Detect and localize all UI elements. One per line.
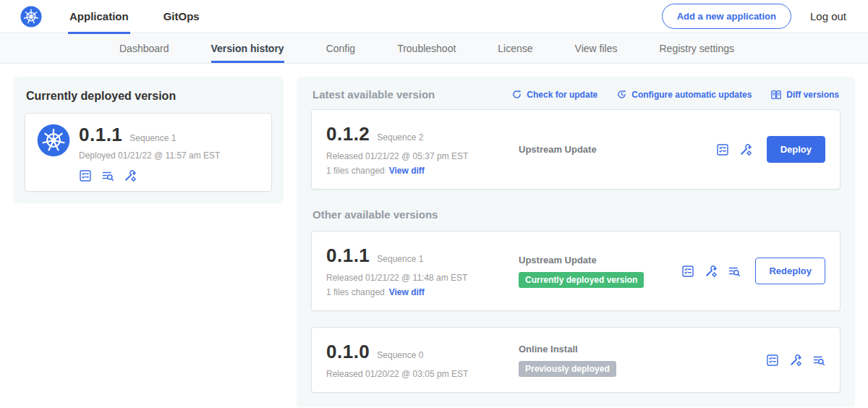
version-history-panel: Latest available version Check for updat… xyxy=(297,77,855,407)
release-notes-icon[interactable] xyxy=(79,169,92,182)
subnav-view-files[interactable]: View files xyxy=(575,33,618,63)
redeploy-button[interactable]: Redeploy xyxy=(755,258,825,284)
check-for-update-link[interactable]: Check for update xyxy=(511,89,597,100)
config-icon[interactable] xyxy=(705,265,718,278)
subnav-dashboard[interactable]: Dashboard xyxy=(119,33,169,63)
version-number: 0.1.1 xyxy=(326,245,370,267)
diff-icon[interactable] xyxy=(812,354,825,367)
currently-deployed-badge: Currently deployed version xyxy=(519,272,644,288)
version-source: Upstream Update xyxy=(519,255,674,265)
top-tabs: Application GitOps xyxy=(68,0,233,33)
files-changed: 1 files changed xyxy=(326,287,385,297)
version-number: 0.1.0 xyxy=(326,341,370,363)
app-subnav: Dashboard Version history Config Trouble… xyxy=(0,33,868,64)
refresh-icon xyxy=(511,89,522,100)
released-timestamp: Released 01/20/22 @ 03:05 pm EST xyxy=(326,369,509,379)
diff-versions-link[interactable]: Diff versions xyxy=(770,89,839,101)
subnav-license[interactable]: License xyxy=(498,33,532,63)
deploy-button[interactable]: Deploy xyxy=(767,136,825,163)
deployed-version-number: 0.1.1 xyxy=(79,124,122,146)
view-diff-link[interactable]: View diff xyxy=(389,166,425,176)
previously-deployed-badge: Previously deployed xyxy=(519,361,616,377)
version-number: 0.1.2 xyxy=(326,123,370,145)
version-source: Online Install xyxy=(519,344,759,354)
version-sequence: Sequence 0 xyxy=(377,350,423,360)
configure-automatic-updates-link[interactable]: Configure automatic updates xyxy=(616,89,752,100)
files-changed: 1 files changed xyxy=(326,166,385,176)
diff-versions-icon xyxy=(770,89,782,101)
release-notes-icon[interactable] xyxy=(681,265,694,278)
view-diff-link[interactable]: View diff xyxy=(389,287,425,297)
currently-deployed-title: Currently deployed version xyxy=(26,90,272,103)
currently-deployed-panel: Currently deployed version xyxy=(13,77,284,203)
app-icon xyxy=(37,124,70,157)
subnav-config[interactable]: Config xyxy=(326,33,355,63)
tab-application[interactable]: Application xyxy=(68,0,130,33)
diff-icon[interactable] xyxy=(101,169,114,182)
other-versions-title: Other available versions xyxy=(312,208,839,221)
subnav-registry-settings[interactable]: Registry settings xyxy=(659,33,733,63)
deployed-sequence: Sequence 1 xyxy=(129,133,176,143)
deployed-version-card: 0.1.1 Sequence 1 Deployed 01/21/22 @ 11:… xyxy=(25,113,272,192)
release-notes-icon[interactable] xyxy=(716,143,729,156)
kubernetes-logo-icon xyxy=(20,6,42,27)
diff-icon[interactable] xyxy=(728,265,741,278)
version-sequence: Sequence 1 xyxy=(377,254,423,264)
logout-link[interactable]: Log out xyxy=(810,10,846,22)
header-actions: Check for update Configure automatic upd… xyxy=(511,89,839,101)
subnav-troubleshoot[interactable]: Troubleshoot xyxy=(397,33,456,63)
main-content: Currently deployed version xyxy=(0,64,868,408)
topbar-right: Add a new application Log out xyxy=(662,4,846,29)
version-source: Upstream Update xyxy=(519,144,709,155)
config-icon[interactable] xyxy=(124,169,137,182)
top-bar: Application GitOps Add a new application… xyxy=(0,0,868,33)
version-card-0-1-1: 0.1.1 Sequence 1 Released 01/21/22 @ 11:… xyxy=(311,231,841,311)
subnav-version-history[interactable]: Version history xyxy=(211,33,284,63)
release-notes-icon[interactable] xyxy=(766,354,779,367)
deployed-timestamp: Deployed 01/21/22 @ 11:57 am EST xyxy=(79,150,220,161)
version-sequence: Sequence 2 xyxy=(377,132,423,143)
config-icon[interactable] xyxy=(789,354,802,367)
add-application-button[interactable]: Add a new application xyxy=(662,4,791,29)
latest-version-title: Latest available version xyxy=(312,88,435,101)
version-card-0-1-0: 0.1.0 Sequence 0 Released 01/20/22 @ 03:… xyxy=(311,327,841,393)
released-timestamp: Released 01/21/22 @ 05:37 pm EST xyxy=(326,151,509,161)
config-icon[interactable] xyxy=(739,143,752,156)
tab-gitops[interactable]: GitOps xyxy=(162,0,201,33)
released-timestamp: Released 01/21/22 @ 11:48 am EST xyxy=(326,273,509,283)
schedule-icon xyxy=(616,89,627,100)
version-card-0-1-2: 0.1.2 Sequence 2 Released 01/21/22 @ 05:… xyxy=(311,109,841,190)
